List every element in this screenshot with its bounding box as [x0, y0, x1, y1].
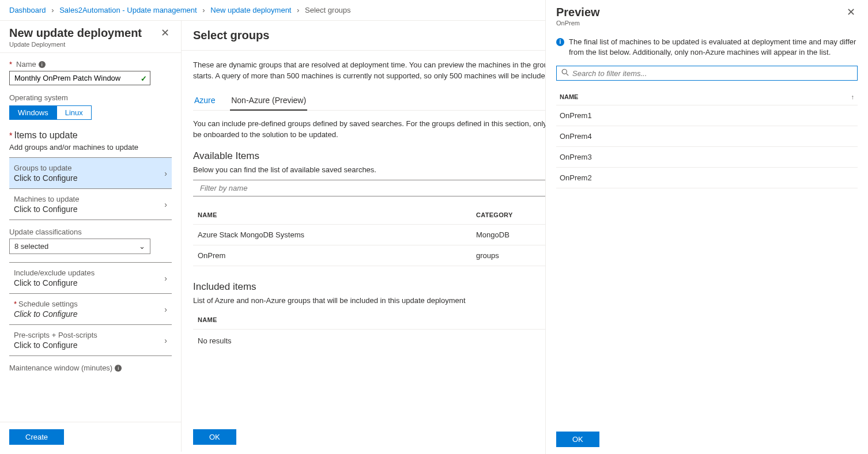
search-input[interactable]	[572, 69, 852, 78]
preview-subtitle: OnPrem	[556, 20, 600, 27]
info-text: The final list of machines to be updated…	[569, 37, 858, 58]
new-update-deployment-panel: New update deployment Update Deployment …	[0, 21, 182, 452]
tab-azure[interactable]: Azure	[193, 92, 217, 109]
schedule-settings-row[interactable]: *Schedule settings Click to Configure ›	[9, 293, 172, 325]
pre-post-scripts-row[interactable]: Pre-scripts + Post-scripts Click to Conf…	[9, 324, 172, 356]
col-name[interactable]: NAME	[193, 206, 471, 225]
chevron-right-icon: ›	[202, 6, 205, 14]
chevron-right-icon: ›	[164, 200, 167, 209]
info-icon: i	[556, 38, 564, 46]
panel-title: New update deployment	[9, 27, 142, 40]
breadcrumb-link[interactable]: Sales2Automation - Update management	[59, 6, 197, 14]
panel-subtitle: Update Deployment	[9, 41, 142, 48]
ok-button[interactable]: OK	[193, 429, 236, 445]
ok-button[interactable]: OK	[556, 432, 599, 447]
name-label: *Name i	[9, 60, 172, 69]
groups-to-update-row[interactable]: Groups to update Click to Configure ›	[9, 157, 172, 189]
info-bar: i The final list of machines to be updat…	[556, 37, 858, 58]
chevron-right-icon: ›	[297, 6, 299, 14]
chevron-right-icon: ›	[164, 336, 167, 345]
list-item[interactable]: OnPrem2	[556, 168, 858, 188]
info-icon[interactable]: i	[39, 61, 46, 68]
breadcrumb-current: Select groups	[305, 6, 351, 14]
check-icon: ✓	[141, 74, 147, 83]
preview-col-header[interactable]: NAME ↑	[556, 89, 858, 105]
maintenance-window-label: Maintenance window (minutes) i	[9, 364, 172, 372]
svg-line-1	[567, 74, 569, 76]
items-to-update-sub: Add groups and/or machines to update	[9, 143, 172, 152]
update-classifications-select[interactable]: 8 selected ⌄	[9, 239, 150, 254]
close-icon[interactable]: ✕	[158, 27, 172, 39]
sort-arrow-icon: ↑	[851, 93, 855, 100]
list-item[interactable]: OnPrem4	[556, 126, 858, 147]
os-label: Operating system	[9, 93, 172, 102]
search-input-wrap[interactable]	[556, 66, 858, 81]
tab-non-azure[interactable]: Non-Azure (Preview)	[230, 92, 307, 111]
svg-point-0	[562, 70, 567, 74]
chevron-right-icon: ›	[51, 6, 54, 14]
include-exclude-updates-row[interactable]: Include/exclude updates Click to Configu…	[9, 262, 172, 294]
machines-to-update-row[interactable]: Machines to update Click to Configure ›	[9, 188, 172, 220]
chevron-right-icon: ›	[164, 169, 167, 178]
update-classifications-label: Update classifications	[9, 228, 172, 236]
os-windows-button[interactable]: Windows	[9, 105, 56, 120]
chevron-right-icon: ›	[164, 274, 167, 283]
close-icon[interactable]: ✕	[844, 6, 858, 18]
col-name[interactable]: NAME	[193, 311, 558, 330]
name-input[interactable]	[9, 71, 150, 85]
preview-title: Preview	[556, 6, 600, 19]
os-toggle: Windows Linux	[9, 105, 172, 120]
search-icon	[561, 69, 569, 78]
items-to-update-heading: *Items to update	[9, 130, 172, 141]
create-button[interactable]: Create	[9, 429, 64, 445]
list-item[interactable]: OnPrem1	[556, 105, 858, 126]
os-linux-button[interactable]: Linux	[56, 105, 92, 120]
breadcrumb-link[interactable]: New update deployment	[210, 6, 291, 14]
chevron-down-icon: ⌄	[139, 242, 145, 251]
info-icon[interactable]: i	[115, 365, 122, 372]
chevron-right-icon: ›	[164, 305, 167, 314]
list-item[interactable]: OnPrem3	[556, 147, 858, 168]
breadcrumb-link[interactable]: Dashboard	[9, 6, 46, 14]
preview-panel: Preview OnPrem ✕ i The final list of mac…	[545, 0, 868, 454]
